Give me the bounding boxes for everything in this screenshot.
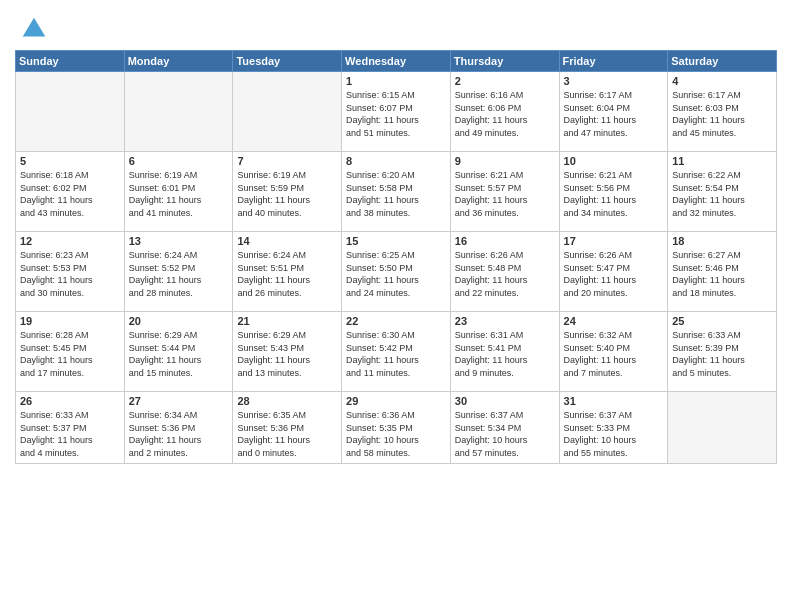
day-number: 2	[455, 75, 555, 87]
day-info: Sunrise: 6:23 AM Sunset: 5:53 PM Dayligh…	[20, 249, 120, 299]
week-row-5: 26Sunrise: 6:33 AM Sunset: 5:37 PM Dayli…	[16, 392, 777, 464]
day-header-tuesday: Tuesday	[233, 51, 342, 72]
calendar-cell: 20Sunrise: 6:29 AM Sunset: 5:44 PM Dayli…	[124, 312, 233, 392]
day-info: Sunrise: 6:17 AM Sunset: 6:03 PM Dayligh…	[672, 89, 772, 139]
day-number: 6	[129, 155, 229, 167]
day-info: Sunrise: 6:26 AM Sunset: 5:48 PM Dayligh…	[455, 249, 555, 299]
calendar-cell: 25Sunrise: 6:33 AM Sunset: 5:39 PM Dayli…	[668, 312, 777, 392]
calendar-body: 1Sunrise: 6:15 AM Sunset: 6:07 PM Daylig…	[16, 72, 777, 464]
day-info: Sunrise: 6:19 AM Sunset: 6:01 PM Dayligh…	[129, 169, 229, 219]
calendar-cell: 10Sunrise: 6:21 AM Sunset: 5:56 PM Dayli…	[559, 152, 668, 232]
day-info: Sunrise: 6:37 AM Sunset: 5:33 PM Dayligh…	[564, 409, 664, 459]
day-info: Sunrise: 6:22 AM Sunset: 5:54 PM Dayligh…	[672, 169, 772, 219]
day-number: 18	[672, 235, 772, 247]
day-info: Sunrise: 6:30 AM Sunset: 5:42 PM Dayligh…	[346, 329, 446, 379]
day-number: 16	[455, 235, 555, 247]
day-header-thursday: Thursday	[450, 51, 559, 72]
day-info: Sunrise: 6:17 AM Sunset: 6:04 PM Dayligh…	[564, 89, 664, 139]
calendar-cell: 21Sunrise: 6:29 AM Sunset: 5:43 PM Dayli…	[233, 312, 342, 392]
day-info: Sunrise: 6:18 AM Sunset: 6:02 PM Dayligh…	[20, 169, 120, 219]
day-number: 1	[346, 75, 446, 87]
day-info: Sunrise: 6:28 AM Sunset: 5:45 PM Dayligh…	[20, 329, 120, 379]
calendar-cell	[124, 72, 233, 152]
svg-marker-0	[23, 18, 46, 37]
logo	[15, 14, 49, 44]
day-info: Sunrise: 6:16 AM Sunset: 6:06 PM Dayligh…	[455, 89, 555, 139]
calendar-cell: 7Sunrise: 6:19 AM Sunset: 5:59 PM Daylig…	[233, 152, 342, 232]
calendar: SundayMondayTuesdayWednesdayThursdayFrid…	[15, 50, 777, 464]
day-info: Sunrise: 6:33 AM Sunset: 5:37 PM Dayligh…	[20, 409, 120, 459]
week-row-3: 12Sunrise: 6:23 AM Sunset: 5:53 PM Dayli…	[16, 232, 777, 312]
calendar-cell: 27Sunrise: 6:34 AM Sunset: 5:36 PM Dayli…	[124, 392, 233, 464]
day-header-saturday: Saturday	[668, 51, 777, 72]
day-number: 12	[20, 235, 120, 247]
day-info: Sunrise: 6:36 AM Sunset: 5:35 PM Dayligh…	[346, 409, 446, 459]
calendar-cell: 29Sunrise: 6:36 AM Sunset: 5:35 PM Dayli…	[342, 392, 451, 464]
calendar-cell: 12Sunrise: 6:23 AM Sunset: 5:53 PM Dayli…	[16, 232, 125, 312]
calendar-cell: 19Sunrise: 6:28 AM Sunset: 5:45 PM Dayli…	[16, 312, 125, 392]
day-number: 21	[237, 315, 337, 327]
day-header-monday: Monday	[124, 51, 233, 72]
day-number: 8	[346, 155, 446, 167]
calendar-cell: 18Sunrise: 6:27 AM Sunset: 5:46 PM Dayli…	[668, 232, 777, 312]
day-number: 15	[346, 235, 446, 247]
day-number: 20	[129, 315, 229, 327]
day-header-friday: Friday	[559, 51, 668, 72]
week-row-4: 19Sunrise: 6:28 AM Sunset: 5:45 PM Dayli…	[16, 312, 777, 392]
calendar-cell: 15Sunrise: 6:25 AM Sunset: 5:50 PM Dayli…	[342, 232, 451, 312]
calendar-cell: 31Sunrise: 6:37 AM Sunset: 5:33 PM Dayli…	[559, 392, 668, 464]
day-number: 10	[564, 155, 664, 167]
day-number: 27	[129, 395, 229, 407]
day-header-sunday: Sunday	[16, 51, 125, 72]
day-info: Sunrise: 6:20 AM Sunset: 5:58 PM Dayligh…	[346, 169, 446, 219]
day-number: 22	[346, 315, 446, 327]
calendar-cell: 8Sunrise: 6:20 AM Sunset: 5:58 PM Daylig…	[342, 152, 451, 232]
calendar-cell: 16Sunrise: 6:26 AM Sunset: 5:48 PM Dayli…	[450, 232, 559, 312]
logo-icon	[19, 14, 49, 44]
calendar-cell: 4Sunrise: 6:17 AM Sunset: 6:03 PM Daylig…	[668, 72, 777, 152]
calendar-cell: 3Sunrise: 6:17 AM Sunset: 6:04 PM Daylig…	[559, 72, 668, 152]
day-number: 14	[237, 235, 337, 247]
calendar-cell: 9Sunrise: 6:21 AM Sunset: 5:57 PM Daylig…	[450, 152, 559, 232]
calendar-cell: 24Sunrise: 6:32 AM Sunset: 5:40 PM Dayli…	[559, 312, 668, 392]
calendar-cell: 17Sunrise: 6:26 AM Sunset: 5:47 PM Dayli…	[559, 232, 668, 312]
day-number: 31	[564, 395, 664, 407]
calendar-header: SundayMondayTuesdayWednesdayThursdayFrid…	[16, 51, 777, 72]
day-number: 24	[564, 315, 664, 327]
day-number: 29	[346, 395, 446, 407]
calendar-cell	[233, 72, 342, 152]
day-number: 4	[672, 75, 772, 87]
day-number: 28	[237, 395, 337, 407]
day-info: Sunrise: 6:19 AM Sunset: 5:59 PM Dayligh…	[237, 169, 337, 219]
header	[15, 10, 777, 44]
day-info: Sunrise: 6:35 AM Sunset: 5:36 PM Dayligh…	[237, 409, 337, 459]
calendar-cell	[668, 392, 777, 464]
day-number: 9	[455, 155, 555, 167]
week-row-2: 5Sunrise: 6:18 AM Sunset: 6:02 PM Daylig…	[16, 152, 777, 232]
day-number: 25	[672, 315, 772, 327]
day-info: Sunrise: 6:24 AM Sunset: 5:52 PM Dayligh…	[129, 249, 229, 299]
day-number: 17	[564, 235, 664, 247]
calendar-cell: 30Sunrise: 6:37 AM Sunset: 5:34 PM Dayli…	[450, 392, 559, 464]
day-number: 26	[20, 395, 120, 407]
day-info: Sunrise: 6:29 AM Sunset: 5:44 PM Dayligh…	[129, 329, 229, 379]
day-info: Sunrise: 6:21 AM Sunset: 5:56 PM Dayligh…	[564, 169, 664, 219]
calendar-cell	[16, 72, 125, 152]
day-number: 5	[20, 155, 120, 167]
day-info: Sunrise: 6:26 AM Sunset: 5:47 PM Dayligh…	[564, 249, 664, 299]
calendar-cell: 28Sunrise: 6:35 AM Sunset: 5:36 PM Dayli…	[233, 392, 342, 464]
calendar-cell: 14Sunrise: 6:24 AM Sunset: 5:51 PM Dayli…	[233, 232, 342, 312]
day-info: Sunrise: 6:31 AM Sunset: 5:41 PM Dayligh…	[455, 329, 555, 379]
day-info: Sunrise: 6:33 AM Sunset: 5:39 PM Dayligh…	[672, 329, 772, 379]
calendar-cell: 22Sunrise: 6:30 AM Sunset: 5:42 PM Dayli…	[342, 312, 451, 392]
day-header-wednesday: Wednesday	[342, 51, 451, 72]
day-info: Sunrise: 6:32 AM Sunset: 5:40 PM Dayligh…	[564, 329, 664, 379]
day-number: 30	[455, 395, 555, 407]
calendar-cell: 13Sunrise: 6:24 AM Sunset: 5:52 PM Dayli…	[124, 232, 233, 312]
day-info: Sunrise: 6:27 AM Sunset: 5:46 PM Dayligh…	[672, 249, 772, 299]
day-info: Sunrise: 6:21 AM Sunset: 5:57 PM Dayligh…	[455, 169, 555, 219]
day-info: Sunrise: 6:25 AM Sunset: 5:50 PM Dayligh…	[346, 249, 446, 299]
calendar-cell: 6Sunrise: 6:19 AM Sunset: 6:01 PM Daylig…	[124, 152, 233, 232]
day-number: 3	[564, 75, 664, 87]
day-info: Sunrise: 6:15 AM Sunset: 6:07 PM Dayligh…	[346, 89, 446, 139]
